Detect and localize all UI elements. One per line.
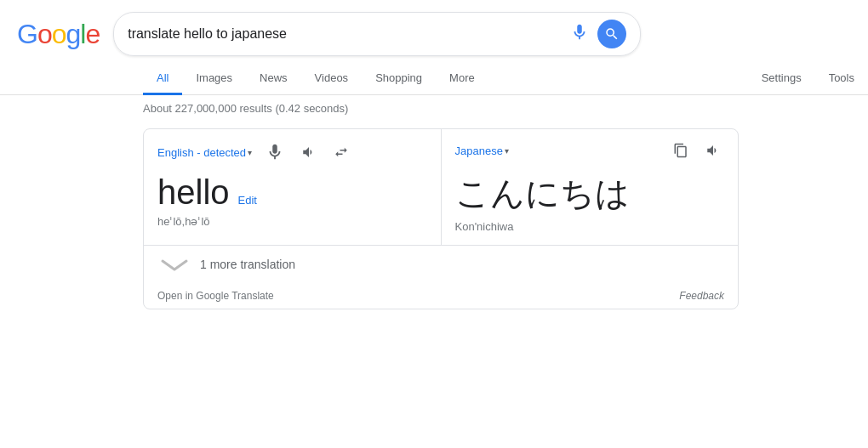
- translate-top: English - detected ▾: [144, 129, 738, 245]
- feedback-link[interactable]: Feedback: [679, 290, 724, 302]
- search-input[interactable]: [128, 26, 562, 42]
- tab-more[interactable]: More: [436, 63, 488, 95]
- tab-shopping[interactable]: Shopping: [362, 63, 436, 95]
- translate-right-panel: Japanese ▾ こんにちは Kon'nichiwa: [442, 129, 739, 245]
- tab-tools[interactable]: Tools: [815, 63, 868, 95]
- more-translations-row[interactable]: 1 more translation: [144, 245, 738, 283]
- chevron-down-icon: [157, 256, 191, 273]
- microphone-icon[interactable]: [570, 23, 589, 46]
- edit-button[interactable]: Edit: [238, 194, 257, 207]
- logo-letter-o2: o: [52, 19, 66, 50]
- source-language-label: English - detected: [157, 146, 246, 159]
- search-button[interactable]: [597, 20, 626, 48]
- source-word-container: hello Edit: [157, 173, 427, 212]
- swap-languages-button[interactable]: [330, 143, 352, 162]
- translate-widget: English - detected ▾: [143, 128, 739, 309]
- source-language-selector[interactable]: English - detected ▾: [157, 146, 252, 159]
- tab-news[interactable]: News: [246, 63, 301, 95]
- nav-right: Settings Tools: [748, 63, 868, 94]
- tab-all[interactable]: All: [143, 63, 182, 95]
- translate-left-panel: English - detected ▾: [144, 129, 442, 245]
- open-in-google-translate-link[interactable]: Open in Google Translate: [157, 290, 274, 302]
- header: Google: [0, 0, 868, 63]
- source-lang-bar: English - detected ▾: [157, 141, 427, 163]
- target-language-selector[interactable]: Japanese ▾: [455, 145, 509, 157]
- tab-videos[interactable]: Videos: [301, 63, 363, 95]
- google-logo: Google: [17, 19, 100, 50]
- logo-letter-e: e: [85, 19, 100, 50]
- tab-images[interactable]: Images: [182, 63, 246, 95]
- logo-letter-g: G: [17, 19, 37, 50]
- result-word: こんにちは: [455, 170, 725, 217]
- target-lang-caret-icon: ▾: [505, 146, 509, 156]
- logo-letter-o1: o: [37, 19, 52, 50]
- source-speaker-button[interactable]: [298, 143, 320, 162]
- source-microphone-button[interactable]: [262, 141, 288, 163]
- result-phonetic: Kon'nichiwa: [455, 220, 725, 233]
- logo-letter-g2: g: [66, 19, 80, 50]
- source-lang-caret-icon: ▾: [248, 148, 252, 157]
- tab-settings[interactable]: Settings: [748, 63, 815, 95]
- source-phonetic: heˈlō,həˈlō: [157, 215, 427, 228]
- translate-bottom-bar: Open in Google Translate Feedback: [144, 283, 738, 309]
- search-bar: [113, 12, 641, 56]
- results-count: About 227,000,000 results (0.42 seconds): [0, 95, 868, 122]
- copy-button[interactable]: [670, 141, 692, 160]
- target-lang-bar: Japanese ▾: [455, 141, 725, 160]
- more-translations-label: 1 more translation: [200, 258, 295, 271]
- target-language-label: Japanese: [455, 145, 503, 157]
- target-speaker-button[interactable]: [702, 141, 724, 160]
- source-word: hello: [157, 173, 230, 212]
- nav-tabs: All Images News Videos Shopping More Set…: [0, 63, 868, 95]
